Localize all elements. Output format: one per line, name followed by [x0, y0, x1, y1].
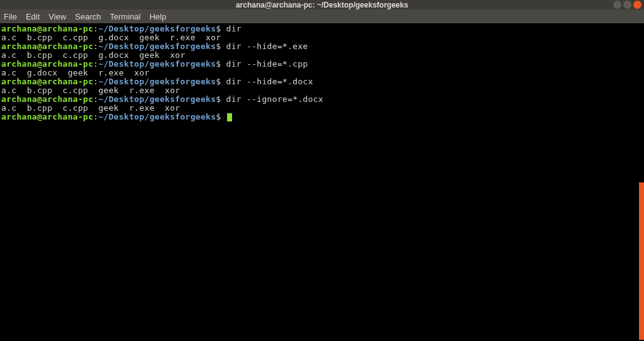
- output-text: a.c b.cpp c.cpp geek r.exe xor: [1, 86, 180, 95]
- terminal-command-line: archana@archana-pc:~/Desktop/geeksforgee…: [1, 113, 643, 121]
- prompt-path: ~/Desktop/geeksforgeeks: [98, 112, 216, 121]
- output-text: a.c b.cpp c.cpp g.docx geek xor: [1, 50, 186, 60]
- menu-view[interactable]: View: [48, 12, 66, 21]
- command-text: dir: [226, 24, 242, 33]
- prompt-symbol: $: [216, 112, 226, 121]
- prompt-path: ~/Desktop/geeksforgeeks: [98, 42, 216, 51]
- menu-edit[interactable]: Edit: [26, 12, 40, 21]
- command-text: dir --hide=*.cpp: [226, 59, 308, 69]
- titlebar: archana@archana-pc: ~/Desktop/geeksforge…: [0, 0, 644, 9]
- terminal-output-line: a.c b.cpp c.cpp geek r.exe xor: [1, 86, 643, 95]
- prompt-symbol: $: [216, 94, 226, 104]
- terminal-output-line: a.c b.cpp c.cpp g.docx geek xor: [1, 51, 643, 60]
- output-text: a.c b.cpp c.cpp geek r.exe xor: [1, 103, 180, 113]
- terminal-command-line: archana@archana-pc:~/Desktop/geeksforgee…: [1, 42, 643, 51]
- scrollbar-thumb[interactable]: [639, 182, 644, 340]
- cursor: [227, 113, 232, 121]
- window-title: archana@archana-pc: ~/Desktop/geeksforge…: [236, 1, 408, 9]
- command-text: dir --hide=*.docx: [226, 77, 313, 86]
- command-text: dir --hide=*.exe: [226, 42, 308, 51]
- prompt-symbol: $: [216, 77, 226, 86]
- prompt-user: archana@archana-pc: [1, 24, 93, 33]
- menu-terminal[interactable]: Terminal: [110, 12, 141, 21]
- command-text: dir --ignore=*.docx: [226, 94, 323, 104]
- terminal-command-line: archana@archana-pc:~/Desktop/geeksforgee…: [1, 25, 643, 33]
- close-button[interactable]: [633, 1, 641, 9]
- minimize-button[interactable]: [613, 1, 621, 9]
- terminal-output-line: a.c b.cpp c.cpp geek r.exe xor: [1, 104, 643, 113]
- prompt-path: ~/Desktop/geeksforgeeks: [98, 94, 216, 104]
- menu-help[interactable]: Help: [150, 12, 167, 21]
- menubar: File Edit View Search Terminal Help: [0, 9, 644, 23]
- maximize-button[interactable]: [623, 1, 631, 9]
- output-text: a.c b.cpp c.cpp g.docx geek r.exe xor: [1, 33, 221, 42]
- terminal-output-line: a.c b.cpp c.cpp g.docx geek r.exe xor: [1, 33, 643, 42]
- prompt-path: ~/Desktop/geeksforgeeks: [98, 77, 216, 86]
- terminal-area[interactable]: archana@archana-pc:~/Desktop/geeksforgee…: [0, 23, 644, 123]
- prompt-user: archana@archana-pc: [1, 42, 93, 51]
- prompt-path: ~/Desktop/geeksforgeeks: [98, 59, 216, 69]
- menu-search[interactable]: Search: [75, 12, 101, 21]
- menu-file[interactable]: File: [4, 12, 17, 21]
- prompt-user: archana@archana-pc: [1, 112, 93, 121]
- terminal-command-line: archana@archana-pc:~/Desktop/geeksforgee…: [1, 95, 643, 104]
- prompt-path: ~/Desktop/geeksforgeeks: [98, 24, 216, 33]
- terminal-output-line: a.c g.docx geek r.exe xor: [1, 69, 643, 77]
- prompt-user: archana@archana-pc: [1, 94, 93, 104]
- prompt-symbol: $: [216, 42, 226, 51]
- output-text: a.c g.docx geek r.exe xor: [1, 68, 150, 77]
- prompt-user: archana@archana-pc: [1, 59, 93, 69]
- terminal-command-line: archana@archana-pc:~/Desktop/geeksforgee…: [1, 60, 643, 69]
- prompt-user: archana@archana-pc: [1, 77, 93, 86]
- terminal-command-line: archana@archana-pc:~/Desktop/geeksforgee…: [1, 77, 643, 86]
- prompt-symbol: $: [216, 24, 226, 33]
- window-controls: [613, 1, 641, 9]
- prompt-symbol: $: [216, 59, 226, 69]
